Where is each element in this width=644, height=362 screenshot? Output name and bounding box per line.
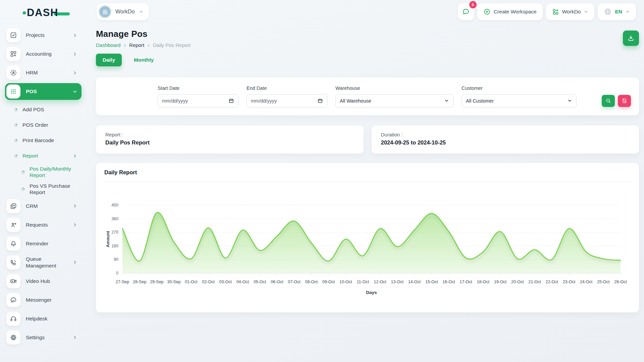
sidebar-item-label: Print Barcode <box>22 137 77 143</box>
settings-icon <box>6 330 20 345</box>
svg-text:01-Oct: 01-Oct <box>185 280 198 284</box>
chart-header: Daily Report <box>96 163 639 182</box>
sidebar-item-report[interactable]: Report <box>5 148 82 164</box>
language-dropdown[interactable]: EN <box>598 3 636 20</box>
messages-button[interactable]: 0 <box>458 3 474 20</box>
building-icon <box>102 8 108 15</box>
bullet-icon <box>14 138 18 143</box>
crm-icon <box>6 199 20 213</box>
download-icon <box>627 35 635 42</box>
workspace-name: WorkDo <box>115 9 135 15</box>
sidebar-item-video-hub[interactable]: Video Hub <box>5 273 82 290</box>
tab-monthly[interactable]: Monthly <box>127 54 160 66</box>
duration-value: 2024-09-25 to 2024-10-25 <box>381 139 630 146</box>
svg-text:11-Oct: 11-Oct <box>357 280 369 284</box>
sidebar-item-pos-daily-monthly-report[interactable]: Pos Daily/Monthly Report <box>5 164 82 181</box>
svg-text:15-Oct: 15-Oct <box>425 280 438 284</box>
sidebar-item-reminder[interactable]: Reminder <box>5 235 82 252</box>
summary-cards: Report : Daily Pos Report Duration : 202… <box>96 125 639 154</box>
breadcrumb-report-link[interactable]: Report <box>129 42 144 48</box>
calendar-icon[interactable] <box>317 98 323 104</box>
sidebar-item-add-pos[interactable]: Add POS <box>5 102 82 117</box>
svg-text:26-Oct: 26-Oct <box>614 280 627 284</box>
bullet-icon <box>21 187 25 191</box>
filter-fields: Start Date End Date <box>158 85 631 108</box>
sidebar-item-label: Settings <box>26 334 72 341</box>
svg-text:0: 0 <box>116 271 118 276</box>
topbar: DASH WorkDo 0 Create Workspace WorkDo <box>0 0 644 24</box>
sidebar-item-label: Add POS <box>22 106 77 113</box>
svg-text:18-Oct: 18-Oct <box>477 280 490 284</box>
sidebar-item-label: Report <box>22 153 67 159</box>
download-button[interactable] <box>623 31 639 46</box>
calendar-icon[interactable] <box>228 98 234 104</box>
svg-text:20-Oct: 20-Oct <box>511 280 524 284</box>
svg-text:16-Oct: 16-Oct <box>442 280 455 284</box>
workspace-selector[interactable]: WorkDo <box>97 3 149 20</box>
svg-text:17-Oct: 17-Oct <box>460 280 472 284</box>
apps-dropdown[interactable]: WorkDo <box>546 3 595 20</box>
chevron-right-icon <box>72 222 77 227</box>
sidebar-nav: ProjectsAccountingHRMPOSAdd POSPOS Order… <box>5 27 82 346</box>
sidebar-item-crm[interactable]: CRM <box>5 198 82 215</box>
sidebar-item-requests[interactable]: Requests <box>5 217 82 233</box>
svg-text:28-Sep: 28-Sep <box>133 280 146 284</box>
daily-report-chart[interactable]: 45036027018090027-Sep28-Sep29-Sep30-Sep0… <box>96 182 639 299</box>
sidebar-item-pos-order[interactable]: POS Order <box>5 117 82 133</box>
sidebar-item-pos-vs-purchase-report[interactable]: Pos VS Purchase Report <box>5 181 82 198</box>
sidebar-item-settings[interactable]: Settings <box>5 329 82 346</box>
chat-bubble-icon <box>462 8 470 16</box>
tab-daily[interactable]: Daily <box>96 54 122 66</box>
sidebar-item-label: Accounting <box>26 51 72 57</box>
sidebar-item-pos[interactable]: POS <box>5 83 82 100</box>
hrm-icon <box>6 66 20 80</box>
report-mode-tabs: Daily Monthly <box>96 54 639 66</box>
breadcrumb-dashboard-link[interactable]: Dashboard <box>96 42 120 48</box>
logo-dot <box>23 11 26 14</box>
chevron-down-icon <box>625 9 630 14</box>
customer-select[interactable]: All Customer <box>462 94 577 108</box>
warehouse-select[interactable]: All Warehouse <box>335 94 453 108</box>
sidebar-item-queue-management[interactable]: Queue Management <box>5 254 82 271</box>
messages-badge: 0 <box>469 1 477 8</box>
create-workspace-label: Create Workspace <box>494 9 537 15</box>
chevron-right-icon <box>72 70 77 75</box>
end-date-field: End Date <box>247 85 327 108</box>
sidebar-item-messenger[interactable]: Messenger <box>5 292 82 308</box>
warehouse-label: Warehouse <box>335 85 453 91</box>
sidebar-item-helpdesk[interactable]: Helpdesk <box>5 310 82 327</box>
create-workspace-button[interactable]: Create Workspace <box>477 3 543 20</box>
reset-filter-button[interactable] <box>618 95 631 107</box>
accounting-icon <box>6 47 20 61</box>
report-label: Report : <box>105 132 354 137</box>
svg-text:05-Oct: 05-Oct <box>254 280 266 284</box>
end-date-input[interactable] <box>247 94 327 108</box>
sidebar-item-hrm[interactable]: HRM <box>5 64 82 81</box>
sidebar-item-projects[interactable]: Projects <box>5 27 82 44</box>
sidebar-item-label: Reminder <box>26 240 77 247</box>
report-value: Daily Pos Report <box>105 139 354 146</box>
chevron-right-icon <box>72 52 77 57</box>
sidebar-item-accounting[interactable]: Accounting <box>5 46 82 62</box>
svg-text:02-Oct: 02-Oct <box>202 280 215 284</box>
requests-icon <box>6 218 20 232</box>
apply-filter-button[interactable] <box>602 95 615 107</box>
end-date-value[interactable] <box>251 98 317 104</box>
svg-text:07-Oct: 07-Oct <box>288 280 301 284</box>
topbar-actions: 0 Create Workspace WorkDo EN <box>458 3 636 20</box>
bullet-icon <box>14 123 18 127</box>
svg-text:180: 180 <box>111 244 118 248</box>
svg-text:90: 90 <box>114 257 118 262</box>
chevron-right-icon <box>72 260 77 265</box>
chevron-right-icon <box>72 33 77 38</box>
start-date-value[interactable] <box>162 98 228 104</box>
messenger-icon <box>6 293 20 307</box>
svg-text:08-Oct: 08-Oct <box>305 280 318 284</box>
app-logo[interactable]: DASH <box>23 7 70 19</box>
sidebar-item-label: HRM <box>26 69 72 76</box>
svg-text:09-Oct: 09-Oct <box>322 280 335 284</box>
svg-text:270: 270 <box>111 230 118 235</box>
start-date-input[interactable] <box>158 94 238 108</box>
sidebar-item-print-barcode[interactable]: Print Barcode <box>5 133 82 148</box>
svg-text:04-Oct: 04-Oct <box>236 280 249 284</box>
